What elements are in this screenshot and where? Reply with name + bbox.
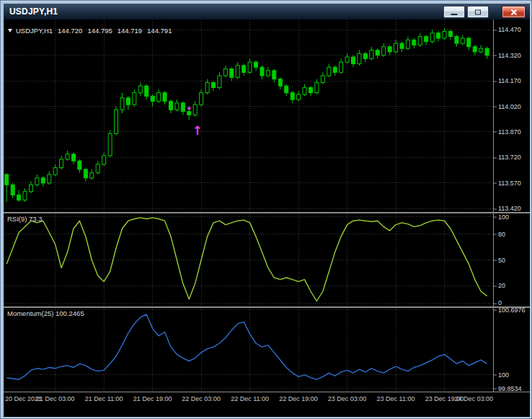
candle-body (96, 164, 99, 173)
candle-body (352, 57, 355, 64)
candle-body (11, 185, 14, 195)
candle-body (218, 76, 221, 88)
candle-body (309, 88, 313, 93)
time-label: 22 Dec 03:00 (182, 395, 221, 402)
candle-body (394, 43, 398, 52)
price-tick-label: 113.870 (498, 128, 521, 135)
candle-body (437, 33, 440, 38)
candle-body (430, 33, 434, 42)
close-icon (510, 9, 518, 16)
candle-body (212, 82, 216, 87)
price-tick-label: 114.020 (498, 103, 521, 110)
candle-body (315, 82, 319, 92)
candle-body (285, 86, 288, 93)
candle-body (449, 32, 453, 37)
chart-window: USDJPY,H1 ★↑ 114.470114.320114.170114.02… (0, 0, 532, 419)
price-tick-label: 100.6976 (498, 306, 526, 313)
close-button[interactable] (502, 6, 526, 18)
time-label: 23 Dec 11:00 (377, 395, 415, 402)
candle-body (266, 71, 270, 76)
candle-body (90, 173, 94, 178)
candle-body (412, 40, 416, 45)
candle-body (53, 168, 57, 175)
candle-body (193, 105, 197, 115)
rsi-indicator-pane[interactable] (4, 213, 493, 306)
minimize-icon (451, 14, 458, 15)
candle-body (455, 37, 458, 44)
candle-body (479, 48, 483, 52)
time-label: 22 Dec 11:00 (231, 395, 269, 402)
candle-body (467, 38, 471, 47)
restore-icon (475, 9, 481, 14)
price-tick-label: 50 (498, 257, 505, 263)
minimize-button[interactable] (443, 6, 465, 18)
candle-body (291, 93, 294, 100)
time-label: 24 Dec 03:00 (454, 395, 493, 402)
candle-body (473, 47, 476, 52)
candle-body (297, 94, 301, 100)
time-label: 23 Dec 03:00 (328, 395, 367, 402)
candle-body (260, 67, 264, 76)
candle-body (303, 88, 306, 95)
price-tick-label: 100 (498, 371, 509, 378)
price-tick-label: 113.570 (498, 180, 521, 186)
candle-body (205, 82, 209, 92)
price-scale[interactable]: 114.470114.320114.170114.020113.870113.7… (494, 19, 530, 392)
candle-body (35, 178, 39, 185)
candle-body (133, 93, 136, 105)
price-tick-label: 99.8534 (498, 385, 522, 392)
momentum-indicator-pane[interactable] (4, 308, 493, 392)
candle-body (23, 192, 27, 200)
candle-body (363, 53, 367, 58)
candle-body (254, 62, 258, 67)
candle-body (151, 96, 154, 101)
candle-body (485, 48, 489, 56)
candle-body (418, 37, 422, 45)
chart-client-area[interactable]: ★↑ 114.470114.320114.170114.020113.87011… (4, 19, 530, 417)
candle-body (248, 62, 252, 72)
candle-body (66, 154, 69, 159)
candle-body (102, 156, 106, 164)
price-tick-label: 0 (498, 300, 502, 306)
candle-body (17, 195, 21, 200)
time-axis[interactable]: 20 Dec 202121 Dec 03:0021 Dec 11:0021 De… (4, 392, 530, 417)
candle-body (138, 86, 142, 93)
candle-body (340, 62, 343, 72)
time-label: 22 Dec 19:00 (279, 395, 318, 402)
candle-body (388, 47, 391, 52)
candle-body (358, 53, 361, 63)
candle-body (200, 93, 203, 105)
price-tick-label: 20 (498, 283, 505, 289)
candle-body (108, 133, 112, 156)
candle-body (376, 50, 379, 56)
candle-body (84, 169, 87, 178)
price-tick-label: 113.420 (498, 206, 521, 212)
candle-body (382, 47, 386, 56)
restore-button[interactable] (467, 6, 489, 18)
rsi-line (6, 218, 487, 301)
price-tick-label: 80 (498, 231, 505, 237)
candle-body (157, 93, 161, 102)
marker-star-icon[interactable]: ★ (186, 105, 192, 112)
candle-body (345, 57, 349, 62)
candle-body (400, 43, 404, 48)
price-pane[interactable]: ★↑ (4, 19, 493, 212)
time-label: 21 Dec 19:00 (133, 395, 172, 402)
candle-body (236, 66, 239, 78)
window-title: USDJPY,H1 (4, 6, 58, 17)
candle-body (461, 38, 464, 43)
candle-body (443, 32, 446, 39)
candle-body (60, 159, 63, 168)
candle-body (370, 50, 373, 59)
candle-body (242, 66, 246, 73)
candle-body (425, 37, 428, 42)
candle-body (333, 67, 337, 72)
price-tick-label: 114.470 (498, 27, 521, 33)
window-titlebar[interactable]: USDJPY,H1 (4, 4, 530, 19)
marker-arrow-up-icon[interactable]: ↑ (192, 123, 203, 138)
candle-body (115, 110, 118, 133)
price-tick-label: 100 (498, 213, 509, 220)
candle-body (78, 161, 81, 169)
candle-body (230, 69, 234, 78)
candle-body (41, 178, 45, 183)
